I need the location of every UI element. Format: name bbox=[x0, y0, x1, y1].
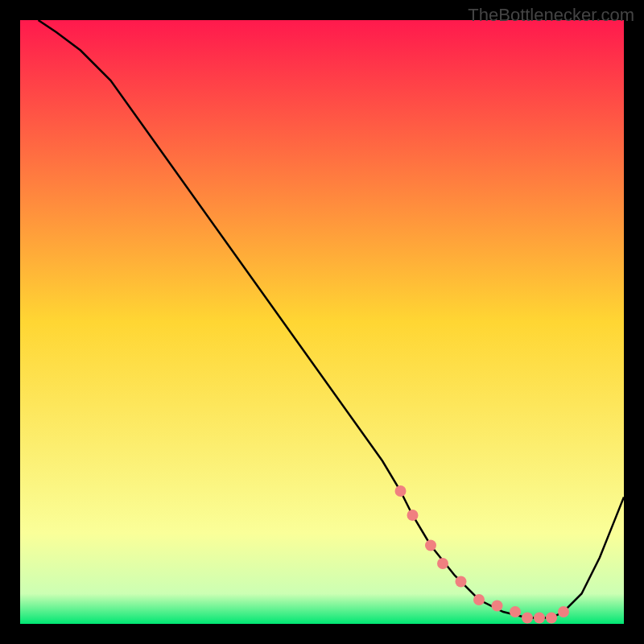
watermark-text: TheBottlenecker.com bbox=[468, 5, 634, 26]
gradient-background bbox=[20, 20, 624, 624]
data-point bbox=[510, 606, 521, 617]
data-point bbox=[558, 606, 569, 617]
plot-area bbox=[20, 20, 624, 624]
data-point bbox=[534, 613, 545, 624]
data-point bbox=[492, 601, 503, 612]
chart-svg bbox=[20, 20, 624, 624]
data-point bbox=[522, 613, 533, 624]
chart-container: TheBottlenecker.com bbox=[0, 0, 644, 644]
data-point bbox=[437, 558, 448, 569]
data-point bbox=[425, 540, 436, 551]
data-point bbox=[473, 594, 485, 605]
data-point bbox=[456, 576, 467, 588]
data-point bbox=[407, 510, 419, 521]
data-point bbox=[546, 613, 557, 624]
data-point bbox=[395, 485, 407, 497]
